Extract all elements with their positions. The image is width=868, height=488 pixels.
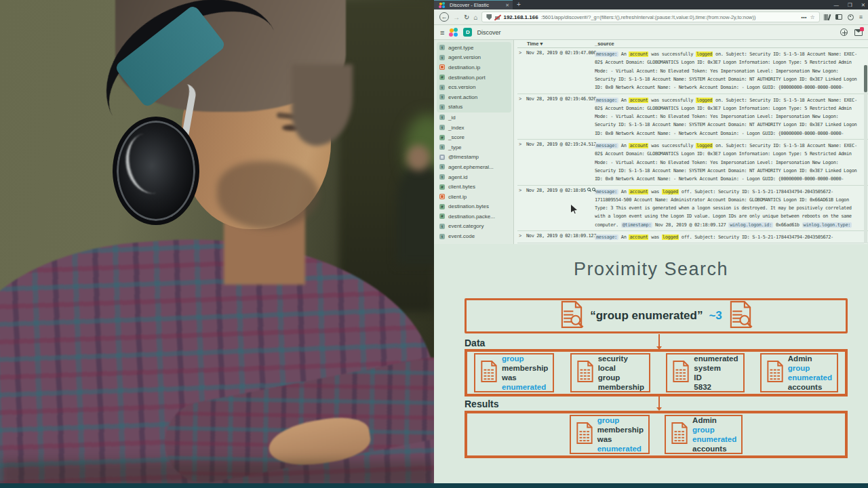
field-item[interactable]: t_index [437, 123, 513, 133]
row-expand-chevron[interactable]: > [517, 188, 526, 230]
row-expand-chevron[interactable]: > [517, 96, 526, 138]
kibana-nav-menu-icon[interactable]: ≡ [440, 28, 444, 37]
sort-icon: ▾ [540, 41, 542, 47]
table-row: >Nov 28, 2019 @ 02:18:09.127message: An … [517, 231, 868, 243]
field-type-icon: # [439, 135, 445, 140]
field-name: event.action [448, 94, 477, 100]
source-text-segment: 0x66ad61b [773, 222, 802, 228]
account-icon[interactable] [848, 14, 854, 20]
url-bar[interactable]: 192.168.1.166 :5601/app/discover#/?_g=(f… [481, 12, 819, 22]
field-item[interactable]: #client.bytes [437, 182, 513, 192]
field-name: client.bytes [448, 184, 475, 190]
field-item[interactable]: tagent.version [437, 53, 511, 63]
field-item[interactable]: tagent.type [437, 43, 511, 53]
breadcrumb[interactable]: Discover [477, 29, 500, 36]
reload-button[interactable]: ↻ [464, 14, 469, 21]
document-word: group [598, 373, 644, 382]
field-name: client.ip [448, 194, 467, 200]
scrollbar[interactable] [864, 65, 867, 243]
row-timestamp: Nov 28, 2019 @ 02:18:09.127 [526, 233, 595, 241]
field-item[interactable]: tagent.id [437, 172, 513, 182]
field-item[interactable]: tevent.category [437, 222, 513, 232]
tracking-shield-icon[interactable] [486, 14, 492, 20]
browser-tab[interactable]: Discover - Elastic ✕ [434, 0, 513, 9]
minimize-button[interactable]: — [833, 2, 839, 8]
field-item[interactable]: t_id [437, 113, 513, 123]
source-text-segment: An [618, 52, 629, 57]
menu-icon[interactable]: ≡ [859, 14, 863, 20]
home-button[interactable]: ⌂ [473, 14, 477, 21]
document-result-box: enumeratedsystemID5832 [666, 353, 744, 392]
magnifier-icon[interactable] [592, 188, 595, 191]
field-item[interactable]: tagent.ephemeral... [437, 162, 513, 172]
new-tab-button[interactable]: + [513, 0, 525, 9]
url-host: 192.168.1.166 [503, 14, 538, 20]
row-timestamp: Nov 28, 2019 @ 02:19:24.512 [526, 142, 595, 184]
document-result-box: Admingroupenumeratedaccounts [760, 353, 838, 392]
newsfeed-icon[interactable] [854, 29, 863, 36]
document-box-text: Admingroupenumeratedaccounts [692, 415, 736, 453]
document-word: enumerated [597, 444, 644, 453]
bottom-accent-bar [0, 483, 868, 488]
field-name: destination.ip [448, 64, 480, 70]
table-row: >Nov 28, 2019 @ 02:19:46.920message: An … [517, 94, 868, 140]
back-button[interactable]: ← [439, 12, 449, 22]
library-icon[interactable] [824, 14, 830, 20]
field-item[interactable]: #destination.bytes [437, 202, 513, 212]
help-icon[interactable] [840, 28, 848, 36]
field-item[interactable]: client.ip [437, 192, 513, 202]
field-badge: message: [595, 235, 618, 240]
field-type-icon: t [439, 224, 445, 229]
page-actions-icon[interactable]: ••• [801, 14, 806, 20]
field-item[interactable]: #destination.packe... [437, 211, 513, 222]
field-item[interactable]: t_type [437, 142, 513, 152]
document-word: Admin [692, 415, 736, 425]
field-item[interactable]: tstatus [437, 102, 511, 113]
field-item[interactable]: tecs.version [437, 82, 511, 92]
field-type-icon: # [439, 214, 445, 219]
field-item[interactable]: #_score [437, 132, 513, 142]
selected-fields-group: tagent.typetagent.versiondestination.ip#… [437, 42, 511, 113]
document-icon [576, 422, 593, 447]
magnifier-icon[interactable] [587, 188, 591, 191]
document-icon [576, 361, 594, 385]
document-word: group [502, 354, 548, 363]
field-item[interactable]: @timestamp [437, 152, 513, 163]
bookmark-star-icon[interactable]: ☆ [810, 14, 815, 20]
elastic-logo[interactable] [449, 28, 458, 37]
proximity-search-slide: Proximity Search “group enumerated”~3 Da… [434, 244, 868, 483]
scrollbar-thumb[interactable] [864, 65, 867, 92]
maximize-button[interactable]: ❐ [848, 2, 852, 8]
row-expand-chevron[interactable]: > [517, 50, 526, 92]
field-name: agent.id [448, 174, 467, 180]
field-item[interactable]: destination.ip [437, 62, 511, 73]
field-item[interactable]: tevent.code [437, 231, 513, 241]
field-type-icon: t [439, 164, 445, 169]
source-column-header: _source [595, 41, 868, 47]
document-result-box: securitylocalgroupmembership [570, 353, 650, 392]
row-expand-chevron[interactable]: > [517, 233, 526, 241]
time-column-header[interactable]: Time ▾ [517, 41, 595, 47]
tab-close-icon[interactable]: ✕ [505, 3, 509, 8]
field-item[interactable]: tevent.action [437, 92, 511, 102]
tab-title: Discover - Elastic [450, 2, 502, 8]
table-row: >Nov 28, 2019 @ 02:19:47.000message: An … [517, 48, 868, 94]
field-badge: message: [595, 189, 618, 195]
insecure-lock-icon[interactable] [494, 14, 500, 20]
source-text-segment: was [648, 235, 661, 240]
document-word: ID [694, 373, 738, 382]
forward-button[interactable]: → [453, 14, 460, 21]
field-type-icon: t [439, 94, 445, 100]
browser-navbar: ← → ↻ ⌂ 192.168.1.166 :5601/app/discover… [434, 9, 868, 25]
row-timestamp: Nov 28, 2019 @ 02:18:05 [526, 188, 595, 230]
row-expand-chevron[interactable]: > [517, 142, 526, 184]
close-button[interactable]: ✕ [861, 2, 865, 8]
photo-background-person [397, 163, 434, 264]
sidebar-toggle-icon[interactable] [835, 14, 842, 20]
space-badge[interactable]: D [463, 28, 472, 37]
source-text-segment: An [618, 235, 629, 240]
document-box-text: enumeratedsystemID5832 [694, 354, 738, 392]
source-text-segment: Nov 28, 2019 @ 02:18:09.127 [652, 222, 728, 228]
field-item[interactable]: #destination.port [437, 73, 511, 83]
field-badge: message: [595, 98, 618, 103]
